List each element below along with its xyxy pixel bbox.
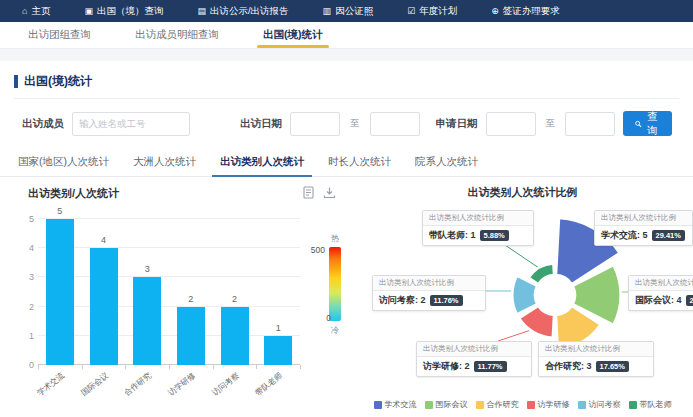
legend-label: 带队老师 bbox=[640, 399, 672, 410]
y-axis-label: 1 bbox=[16, 331, 34, 341]
chart-tab-1[interactable]: 大洲人次统计 bbox=[121, 148, 208, 176]
y-axis-label: 0 bbox=[16, 360, 34, 370]
bar-合作研究[interactable] bbox=[133, 277, 161, 365]
legend-label: 访问考察 bbox=[589, 399, 621, 410]
callout-value: 国际会议: 4 bbox=[635, 294, 682, 307]
bar-访学研修[interactable] bbox=[177, 307, 205, 365]
legend-label: 学术交流 bbox=[385, 399, 417, 410]
nav-item-5[interactable]: ⊕签证办理要求 bbox=[491, 5, 560, 18]
subtab-2[interactable]: 出国(境)统计 bbox=[241, 22, 345, 48]
x-axis-label: 学术交流 bbox=[14, 370, 66, 414]
callout-pct-badge: 23.53% bbox=[686, 295, 693, 306]
nav-item-label: 主页 bbox=[31, 5, 50, 18]
home-icon: ⌂ bbox=[22, 7, 27, 16]
bar-访问考察[interactable] bbox=[221, 307, 249, 365]
callout-value: 带队老师: 1 bbox=[429, 229, 476, 242]
nav-item-1[interactable]: ▣出国（境）查询 bbox=[84, 5, 163, 18]
chart-tab-0[interactable]: 国家(地区)人次统计 bbox=[6, 148, 121, 176]
bar-value-label: 2 bbox=[169, 294, 213, 304]
callout-guoji-huiyi: 出访类别人次统计比例 国际会议: 4 23.53% bbox=[628, 275, 693, 311]
legend-item-5[interactable]: 带队老师 bbox=[629, 399, 672, 410]
page-title: 出国(境)统计 bbox=[24, 73, 92, 90]
apply-date-end-input[interactable] bbox=[565, 112, 615, 136]
calendar-icon: ☑ bbox=[407, 7, 415, 16]
visit-date-separator: 至 bbox=[348, 117, 362, 130]
callout-line bbox=[498, 329, 534, 341]
legend-swatch bbox=[527, 401, 535, 409]
x-axis-label: 访学研修 bbox=[145, 370, 197, 414]
legend-swatch bbox=[578, 401, 586, 409]
bar-value-label: 1 bbox=[256, 323, 300, 333]
y-axis-label: 4 bbox=[16, 243, 34, 253]
callout-header: 出访类别人次统计比例 bbox=[539, 342, 653, 357]
legend-swatch bbox=[374, 401, 382, 409]
legend-label: 国际会议 bbox=[436, 399, 468, 410]
member-input[interactable] bbox=[72, 112, 190, 136]
callout-header: 出访类别人次统计比例 bbox=[629, 276, 693, 291]
subtab-1[interactable]: 出访成员明细查询 bbox=[113, 22, 241, 48]
gridline bbox=[38, 306, 300, 307]
callout-header: 出访类别人次统计比例 bbox=[423, 211, 533, 226]
bar-带队老师[interactable] bbox=[264, 336, 292, 365]
download-icon[interactable] bbox=[323, 186, 336, 199]
visit-date-label: 出访日期 bbox=[240, 117, 282, 131]
chart-tab-bar: 国家(地区)人次统计大洲人次统计出访类别人次统计时长人次统计院系人次统计 bbox=[0, 148, 693, 177]
gridline bbox=[38, 276, 300, 277]
x-axis-tick bbox=[82, 365, 83, 369]
nav-item-label: 因公证照 bbox=[335, 5, 373, 18]
visual-map-gradient[interactable] bbox=[329, 247, 341, 321]
visit-date-start-input[interactable] bbox=[290, 112, 340, 136]
visit-date-end-input[interactable] bbox=[370, 112, 420, 136]
bar-value-label: 2 bbox=[213, 294, 257, 304]
search-button-label: 查询 bbox=[646, 110, 660, 138]
search-button[interactable]: 查询 bbox=[623, 111, 672, 136]
nav-item-3[interactable]: ▥因公证照 bbox=[323, 5, 374, 18]
data-view-icon[interactable] bbox=[302, 186, 315, 199]
x-axis-tick bbox=[300, 365, 301, 369]
filter-form: 出访成员 出访日期 至 申请日期 至 查询 bbox=[0, 99, 693, 144]
legend-item-2[interactable]: 合作研究 bbox=[476, 399, 519, 410]
callout-daidui-laoshi: 出访类别人次统计比例 带队老师: 1 5.88% bbox=[422, 210, 534, 246]
chart-toolbox bbox=[302, 186, 336, 199]
nav-item-label: 签证办理要求 bbox=[503, 5, 560, 18]
search-icon bbox=[635, 119, 642, 129]
x-axis-tick bbox=[256, 365, 257, 369]
callout-header: 出访类别人次统计比例 bbox=[417, 342, 531, 357]
chart-tab-3[interactable]: 时长人次统计 bbox=[316, 148, 403, 176]
y-axis-label: 2 bbox=[16, 302, 34, 312]
callout-xueshu-jiaoliu: 出访类别人次统计比例 学术交流: 5 29.41% bbox=[594, 210, 693, 246]
nav-item-label: 出访公示/出访报告 bbox=[210, 5, 289, 18]
x-axis-tick bbox=[213, 365, 214, 369]
legend-item-3[interactable]: 访学研修 bbox=[527, 399, 570, 410]
bar-国际会议[interactable] bbox=[90, 248, 118, 365]
legend-item-0[interactable]: 学术交流 bbox=[374, 399, 417, 410]
pie-chart-panel: 出访类别人次统计比例 出访类别人次统计比例 带队老师: 1 5.88% 出访类别… bbox=[352, 177, 693, 415]
nav-item-4[interactable]: ☑年度计划 bbox=[407, 5, 457, 18]
x-axis-tick bbox=[169, 365, 170, 369]
pie-slice-带队老师[interactable] bbox=[529, 264, 554, 285]
chart-tab-4[interactable]: 院系人次统计 bbox=[403, 148, 490, 176]
legend-item-4[interactable]: 访问考察 bbox=[578, 399, 621, 410]
legend-item-1[interactable]: 国际会议 bbox=[425, 399, 468, 410]
gridline bbox=[38, 218, 300, 219]
bar-value-label: 3 bbox=[125, 264, 169, 274]
visual-map-high-label: 热 bbox=[329, 233, 341, 245]
nav-item-label: 出国（境）查询 bbox=[97, 5, 164, 18]
bar-学术交流[interactable] bbox=[46, 219, 74, 365]
subtab-0[interactable]: 出访团组查询 bbox=[6, 22, 113, 48]
pie-legend: 学术交流国际会议合作研究访学研修访问考察带队老师 bbox=[352, 399, 693, 410]
section-accent-bar bbox=[14, 75, 18, 88]
callout-fangwen-kaocha: 出访类别人次统计比例 访问考察: 2 11.76% bbox=[372, 275, 486, 311]
gridline bbox=[38, 335, 300, 336]
nav-item-2[interactable]: ▤出访公示/出访报告 bbox=[197, 5, 288, 18]
globe-search-icon: ▣ bbox=[84, 7, 93, 16]
callout-fangxue-yanxiu: 出访类别人次统计比例 访学研修: 2 11.77% bbox=[416, 341, 532, 377]
bar-value-label: 5 bbox=[38, 206, 82, 216]
apply-date-start-input[interactable] bbox=[486, 112, 536, 136]
chart-tab-2[interactable]: 出访类别人次统计 bbox=[208, 148, 316, 176]
nav-item-0[interactable]: ⌂主页 bbox=[22, 5, 50, 18]
legend-swatch bbox=[476, 401, 484, 409]
report-icon: ▤ bbox=[197, 7, 206, 16]
apply-date-separator: 至 bbox=[544, 117, 558, 130]
bar-chart-panel: 出访类别/人次统计 0123455学术交流4国际会议3合作研究2访学研修2访问考… bbox=[0, 177, 352, 415]
